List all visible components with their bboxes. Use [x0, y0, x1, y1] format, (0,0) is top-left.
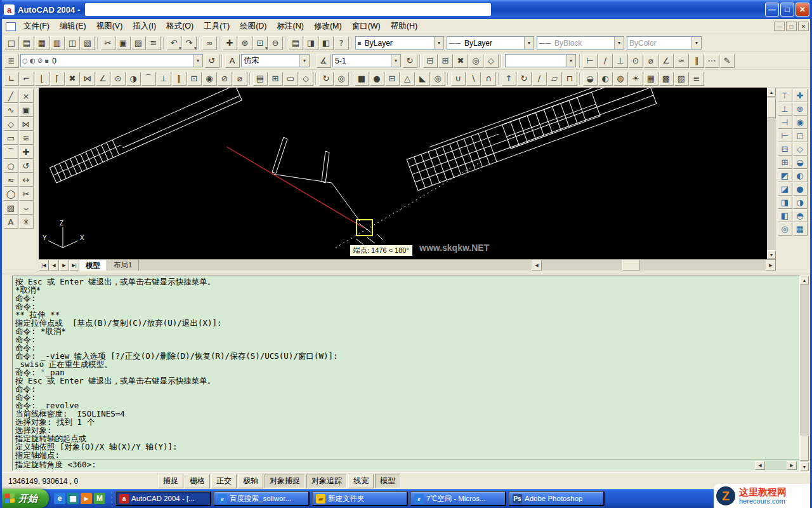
snap-endpoint-quick-icon[interactable]: ⊟: [423, 54, 438, 68]
gouraud-shaded-edges-icon[interactable]: ◓: [793, 209, 808, 222]
rectangle-icon[interactable]: ▭: [4, 131, 18, 145]
dropdown-arrow-icon[interactable]: ▾: [434, 37, 443, 49]
viewports-dialog-icon[interactable]: ⊞: [268, 72, 283, 86]
menu-item-4[interactable]: 格式(O): [161, 19, 199, 34]
menu-item-2[interactable]: 视图(V): [91, 19, 128, 34]
undo-icon[interactable]: ↶▾: [167, 36, 181, 50]
view-sw-isometric-icon[interactable]: ◩: [778, 169, 792, 182]
text-style-control[interactable]: 仿宋▾: [241, 54, 310, 67]
show-desktop-icon[interactable]: ▦: [67, 493, 79, 504]
move-icon[interactable]: ✚: [19, 145, 34, 159]
view-left-icon[interactable]: ⊣: [778, 116, 792, 129]
plot-preview-icon[interactable]: ◫: [65, 36, 80, 50]
command-scroll-right-icon[interactable]: ▶: [787, 461, 797, 470]
color-control[interactable]: ▪ByLayer▾: [355, 36, 444, 50]
status-toggle-ortho[interactable]: 正交: [211, 474, 237, 488]
erase-icon[interactable]: ×: [19, 89, 34, 103]
dropdown-arrow-icon[interactable]: ▾: [194, 46, 197, 51]
snap-endpoint-icon[interactable]: ⌊: [35, 72, 49, 86]
menu-item-9[interactable]: 窗口(W): [347, 19, 386, 34]
dropdown-arrow-icon[interactable]: ▾: [691, 37, 701, 49]
offset-icon[interactable]: ≋: [19, 131, 34, 145]
snap-nearest-icon[interactable]: ⊘: [218, 72, 232, 86]
view-nw-isometric-icon[interactable]: ◧: [778, 209, 792, 222]
menu-item-1[interactable]: 编辑(E): [55, 19, 91, 34]
solid-sphere-icon[interactable]: ●: [370, 72, 384, 86]
zoom-window-icon[interactable]: ⊡▾: [253, 36, 268, 50]
revolve-icon[interactable]: ↻: [517, 72, 532, 86]
menu-item-10[interactable]: 帮助(H): [386, 19, 422, 34]
union-icon[interactable]: ∪: [451, 72, 466, 86]
solid-box-icon[interactable]: ■: [355, 72, 369, 86]
canvas-horizontal-scrollbar[interactable]: ◀ ▶: [532, 260, 776, 271]
menu-item-8[interactable]: 修改(M): [309, 19, 347, 34]
snap-node-icon[interactable]: ◉: [202, 72, 217, 86]
section-icon[interactable]: ▱: [547, 72, 562, 86]
dropdown-arrow-icon[interactable]: ▾: [524, 37, 534, 49]
zoom-realtime-icon[interactable]: ⊕: [238, 36, 252, 50]
gouraud-shaded-icon[interactable]: ●: [793, 182, 808, 196]
menu-item-6[interactable]: 绘图(D): [235, 19, 272, 34]
scroll-left-icon[interactable]: ◀: [532, 260, 542, 271]
dim-angular-icon[interactable]: ∠: [659, 54, 674, 68]
command-history[interactable]: 按 Esc 或 Enter 键退出，或单击右键显示快捷菜单。*取消*命令:命令:…: [13, 276, 799, 459]
dim-radius-icon[interactable]: ⊙: [629, 54, 643, 68]
render-icon[interactable]: ◍: [613, 72, 628, 86]
intersect-icon[interactable]: ∩: [481, 72, 496, 86]
match-properties-icon[interactable]: ≡: [147, 36, 161, 50]
render-statistics-icon[interactable]: ≡: [690, 72, 704, 86]
mdi-close-button[interactable]: ✕: [798, 22, 809, 31]
designcenter-icon[interactable]: ◨: [304, 36, 318, 50]
help-icon[interactable]: ?: [334, 36, 349, 50]
2d-wireframe-icon[interactable]: ◻: [793, 129, 808, 142]
command-scroll-down-icon[interactable]: ▼: [800, 462, 809, 471]
insert-hyperlink-icon[interactable]: ∞: [202, 36, 217, 50]
dropdown-arrow-icon[interactable]: ▾: [391, 55, 400, 67]
tool-palettes-icon[interactable]: ◧: [319, 36, 334, 50]
scale-icon[interactable]: ↔: [19, 173, 34, 187]
taskbar-item-3[interactable]: e7℃空间 - Micros...: [410, 491, 506, 506]
taskbar-item-0[interactable]: aAutoCAD 2004 - [...: [115, 491, 211, 506]
dim-linear-icon[interactable]: ⊢: [583, 54, 598, 68]
snap-center-icon[interactable]: ⊙: [111, 72, 126, 86]
polyline-icon[interactable]: ∿: [4, 103, 18, 117]
layer-properties-icon[interactable]: ≣: [4, 54, 19, 68]
copy-object-icon[interactable]: ▣: [19, 103, 34, 117]
dropdown-arrow-icon[interactable]: ▾: [265, 46, 268, 51]
msn-icon[interactable]: M: [94, 493, 105, 504]
dim-update-icon[interactable]: ↻: [403, 54, 417, 68]
snap-quadrant-icon[interactable]: ◑: [126, 72, 141, 86]
menu-item-5[interactable]: 工具(T): [199, 19, 235, 34]
snap-center-quick-icon[interactable]: ◎: [469, 54, 483, 68]
view-bottom-icon[interactable]: ⊥: [778, 102, 792, 116]
zoom-previous-icon[interactable]: ⊖: [268, 36, 283, 50]
3d-orbit-tool-icon[interactable]: ◉: [793, 116, 808, 129]
close-button[interactable]: ✕: [796, 3, 809, 17]
media-player-icon[interactable]: ▸: [81, 493, 92, 504]
fillet-icon[interactable]: ⌣: [19, 201, 34, 215]
dim-diameter-icon[interactable]: ⌀: [644, 54, 658, 68]
vertical-scroll-thumb[interactable]: [767, 98, 776, 118]
tab-nav-icon-3[interactable]: ▶|: [69, 260, 79, 271]
revcloud-icon[interactable]: ≈: [4, 173, 18, 187]
ellipse-icon[interactable]: ◯: [4, 187, 18, 201]
ie-quicklaunch-icon[interactable]: e: [54, 493, 65, 504]
3d-rotate-icon[interactable]: ↻: [319, 72, 334, 86]
dim-continue-icon[interactable]: ⋯: [705, 54, 719, 68]
tab-layout1[interactable]: 布局1: [107, 260, 139, 271]
view-top-icon[interactable]: ⊤: [778, 89, 792, 102]
view-se-isometric-icon[interactable]: ◪: [778, 182, 792, 196]
view-ne-isometric-icon[interactable]: ◨: [778, 196, 792, 209]
command-scroll-up-icon[interactable]: ▲: [800, 276, 809, 284]
taskbar-item-2[interactable]: ▰新建文件夹: [311, 491, 408, 506]
solid-cylinder-icon[interactable]: ⊟: [385, 72, 400, 86]
solid-torus-icon[interactable]: ◎: [431, 72, 445, 86]
taskbar-item-4[interactable]: PsAdobe Photoshop: [508, 491, 605, 506]
materials-icon[interactable]: ▦: [644, 72, 658, 86]
background-icon[interactable]: ▨: [674, 72, 689, 86]
3d-orbit-icon[interactable]: ◎: [334, 72, 349, 86]
command-horizontal-scrollbar[interactable]: ◀ ▶: [755, 461, 797, 470]
snap-perpendicular-icon[interactable]: ⊥: [157, 72, 171, 86]
status-toggle-lineweight[interactable]: 线宽: [348, 474, 374, 488]
view-back-icon[interactable]: ⊞: [778, 156, 792, 169]
